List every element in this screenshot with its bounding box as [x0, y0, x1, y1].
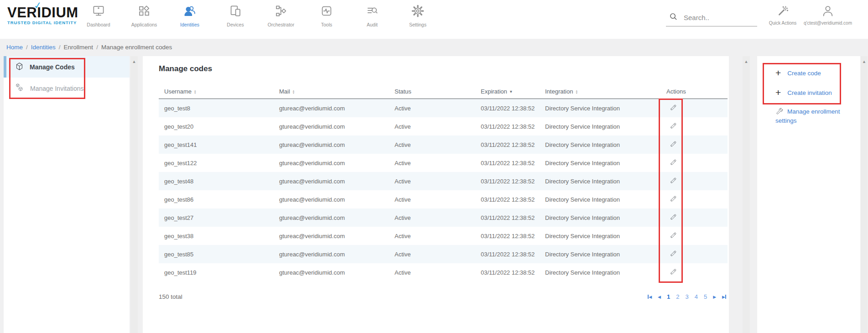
user-icon [821, 5, 834, 18]
cell-status: Active [389, 141, 475, 148]
edit-pencil-icon[interactable] [670, 213, 677, 220]
user-email: q'ctest@veridiumid.com [804, 21, 852, 26]
edit-pencil-icon[interactable] [670, 177, 677, 184]
cell-actions [661, 232, 728, 240]
breadcrumb-home[interactable]: Home [6, 44, 23, 51]
manage-enrollment-settings-link[interactable]: Manage enrollment settings [775, 107, 852, 125]
cell-status: Active [389, 123, 475, 130]
search-icon [670, 13, 677, 22]
page-number-1[interactable]: 1 [667, 293, 670, 300]
cell-expiration: 03/11/2022 12:38:52 [475, 178, 540, 185]
cell-mail: gtureac@veridiumid.com [274, 141, 389, 148]
col-header-status[interactable]: Status [389, 88, 475, 95]
sort-icon: ▴▾ [293, 89, 295, 94]
cell-username: geo_test119 [159, 269, 274, 276]
global-search [666, 11, 757, 26]
cell-expiration: 03/11/2022 12:38:52 [475, 214, 540, 221]
next-page-icon[interactable]: ▶ [713, 295, 716, 299]
col-header-username[interactable]: Username▴▾ [159, 88, 274, 95]
cell-status: Active [389, 105, 475, 112]
previous-page-icon[interactable]: ◀ [658, 295, 661, 299]
breadcrumb-bar: Home/Identities/Enrollment/Manage enroll… [0, 39, 868, 56]
cell-integration: Directory Service Integration [540, 141, 661, 148]
table-row: geo_test38gtureac@veridiumid.comActive03… [159, 227, 728, 245]
settings-icon [411, 3, 425, 19]
sort-icon: ▴▾ [194, 89, 196, 94]
veridium-logo[interactable]: VERI✓DIUM TRUSTED DIGITAL IDENTITY [7, 6, 78, 25]
cell-username: geo_test8 [159, 105, 274, 112]
sidebar-item-manage-codes[interactable]: Manage Codes [4, 56, 130, 78]
nav-item-orchestrator[interactable]: Orchestrator [258, 3, 304, 27]
cubes-icon [15, 83, 24, 94]
cell-username: geo_test27 [159, 214, 274, 221]
sort-icon: ▴▾ [576, 89, 577, 94]
plus-icon: + [775, 88, 781, 97]
nav-item-settings[interactable]: Settings [395, 3, 441, 27]
tools-icon [320, 3, 333, 19]
cell-mail: gtureac@veridiumid.com [274, 160, 389, 166]
page-number-3[interactable]: 3 [685, 293, 688, 300]
page-number-2[interactable]: 2 [676, 293, 679, 300]
create-code-button[interactable]: + Create code [775, 69, 821, 77]
cell-mail: gtureac@veridiumid.com [274, 105, 389, 112]
cell-username: geo_test85 [159, 251, 274, 258]
sidebar-item-manage-invitations[interactable]: Manage Invitations [4, 78, 130, 99]
edit-pencil-icon[interactable] [670, 140, 677, 147]
nav-item-applications[interactable]: Applications [121, 3, 167, 27]
cell-integration: Directory Service Integration [540, 233, 661, 239]
first-page-icon[interactable]: ◀ [648, 295, 652, 299]
cell-expiration: 03/11/2022 12:38:52 [475, 269, 540, 276]
right-panel-scrollbar[interactable]: ▲ [861, 56, 868, 333]
cell-status: Active [389, 196, 475, 203]
main-scrollbar[interactable]: ▲ [743, 56, 750, 333]
cell-actions [661, 213, 728, 222]
cell-expiration: 03/11/2022 12:38:52 [475, 141, 540, 148]
edit-pencil-icon[interactable] [670, 104, 677, 111]
last-page-icon[interactable]: ▶ [722, 295, 726, 299]
cell-expiration: 03/11/2022 12:38:52 [475, 251, 540, 258]
col-header-expiration[interactable]: Expiration▾ [475, 88, 540, 95]
sidebar-scrollbar[interactable]: ▲ [130, 56, 138, 333]
nav-item-dashboard[interactable]: Dashboard [76, 3, 121, 27]
audit-icon [365, 3, 379, 19]
edit-pencil-icon[interactable] [670, 159, 677, 166]
breadcrumb-identities[interactable]: Identities [31, 44, 56, 51]
breadcrumb: Home/Identities/Enrollment/Manage enroll… [6, 44, 172, 51]
cell-status: Active [389, 178, 475, 185]
cell-actions [661, 122, 728, 130]
scroll-up-icon[interactable]: ▲ [862, 60, 866, 333]
cell-mail: gtureac@veridiumid.com [274, 214, 389, 221]
scroll-up-icon[interactable]: ▲ [744, 60, 748, 333]
dashboard-icon [92, 3, 105, 19]
edit-pencil-icon[interactable] [670, 195, 677, 202]
cell-status: Active [389, 251, 475, 258]
cell-mail: gtureac@veridiumid.com [274, 178, 389, 185]
user-menu[interactable]: q'ctest@veridiumid.com [791, 5, 864, 26]
page-number-5[interactable]: 5 [704, 293, 707, 300]
page-number-4[interactable]: 4 [695, 293, 698, 300]
cell-mail: gtureac@veridiumid.com [274, 123, 389, 130]
scroll-up-icon[interactable]: ▲ [132, 60, 136, 333]
breadcrumb-enrollment: Enrollment [64, 44, 94, 51]
nav-item-devices[interactable]: Devices [213, 3, 258, 27]
create-invitation-button[interactable]: + Create invitation [775, 88, 832, 97]
table-body: geo_test8gtureac@veridiumid.comActive03/… [159, 99, 728, 281]
col-header-mail[interactable]: Mail▴▾ [274, 88, 389, 95]
edit-pencil-icon[interactable] [670, 250, 677, 257]
edit-pencil-icon[interactable] [670, 268, 677, 275]
edit-pencil-icon[interactable] [670, 122, 677, 129]
cell-integration: Directory Service Integration [540, 178, 661, 185]
edit-pencil-icon[interactable] [670, 232, 677, 239]
nav-item-audit[interactable]: Audit [349, 3, 395, 27]
nav-item-tools[interactable]: Tools [304, 3, 349, 27]
cell-expiration: 03/11/2022 12:38:52 [475, 123, 540, 130]
table-header: Username▴▾ Mail▴▾ Status Expiration▾ Int… [159, 84, 728, 99]
cell-status: Active [389, 160, 475, 166]
main-panel: Manage codes Username▴▾ Mail▴▾ Status Ex… [143, 56, 729, 333]
col-header-integration[interactable]: Integration▴▾ [540, 88, 661, 95]
table-row: geo_test8gtureac@veridiumid.comActive03/… [159, 99, 728, 117]
nav-item-identities[interactable]: Identities [167, 3, 213, 27]
cell-expiration: 03/11/2022 12:38:52 [475, 105, 540, 112]
global-search-input[interactable] [684, 14, 743, 21]
cell-actions [661, 104, 728, 112]
